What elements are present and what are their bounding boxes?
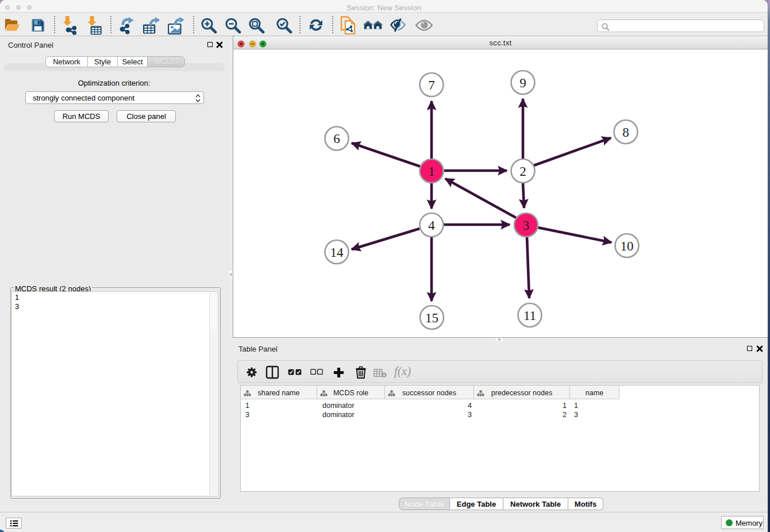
svg-text:1: 1 [428,164,435,179]
svg-text:14: 14 [330,245,344,260]
svg-text:7: 7 [428,78,435,92]
svg-text:9: 9 [519,76,526,90]
svg-text:15: 15 [425,311,438,325]
svg-text:3: 3 [523,218,530,233]
svg-text:2: 2 [519,164,526,179]
svg-text:8: 8 [622,125,629,140]
svg-text:4: 4 [428,218,435,233]
svg-text:11: 11 [523,309,536,323]
svg-text:6: 6 [333,132,340,146]
svg-text:10: 10 [621,239,634,253]
